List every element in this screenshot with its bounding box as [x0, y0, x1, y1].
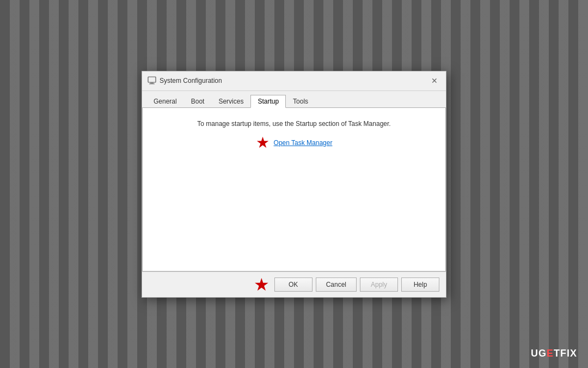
- apply-button[interactable]: Apply: [360, 277, 398, 292]
- system-configuration-dialog: System Configuration ✕ General Boot Serv…: [142, 71, 446, 298]
- content-area: To manage startup items, use the Startup…: [142, 108, 446, 272]
- watermark-text-right: TFIX: [554, 348, 577, 359]
- tab-services[interactable]: Services: [211, 95, 250, 108]
- tabs-bar: General Boot Services Startup Tools: [142, 91, 446, 108]
- svg-rect-2: [149, 83, 155, 85]
- star-icon-ok-annotation: ★: [254, 276, 270, 293]
- action-buttons: ★ OK Cancel Apply Help: [274, 277, 439, 292]
- watermark-text-left: UG: [531, 348, 547, 359]
- star-icon-annotation: ★: [256, 135, 270, 150]
- dialog-title: System Configuration: [160, 77, 222, 85]
- link-row: ★ Open Task Manager: [256, 135, 333, 150]
- title-bar: System Configuration ✕: [142, 71, 446, 91]
- help-button[interactable]: Help: [401, 277, 439, 292]
- watermark: UGETFIX: [531, 348, 577, 359]
- watermark-accent: E: [547, 348, 554, 359]
- svg-rect-0: [148, 77, 156, 82]
- tab-boot[interactable]: Boot: [184, 95, 212, 108]
- ok-button[interactable]: OK: [274, 277, 313, 292]
- title-bar-left: System Configuration: [148, 76, 222, 85]
- tab-tools[interactable]: Tools: [286, 95, 315, 108]
- cancel-button[interactable]: Cancel: [316, 277, 357, 292]
- startup-info-text: To manage startup items, use the Startup…: [197, 120, 390, 128]
- tab-general[interactable]: General: [146, 95, 184, 108]
- svg-rect-1: [150, 82, 154, 83]
- open-task-manager-link[interactable]: Open Task Manager: [274, 139, 333, 147]
- bottom-bar: ★ OK Cancel Apply Help: [142, 272, 446, 297]
- dialog-icon: [148, 76, 156, 85]
- tab-startup[interactable]: Startup: [250, 95, 286, 108]
- close-button[interactable]: ✕: [428, 75, 440, 87]
